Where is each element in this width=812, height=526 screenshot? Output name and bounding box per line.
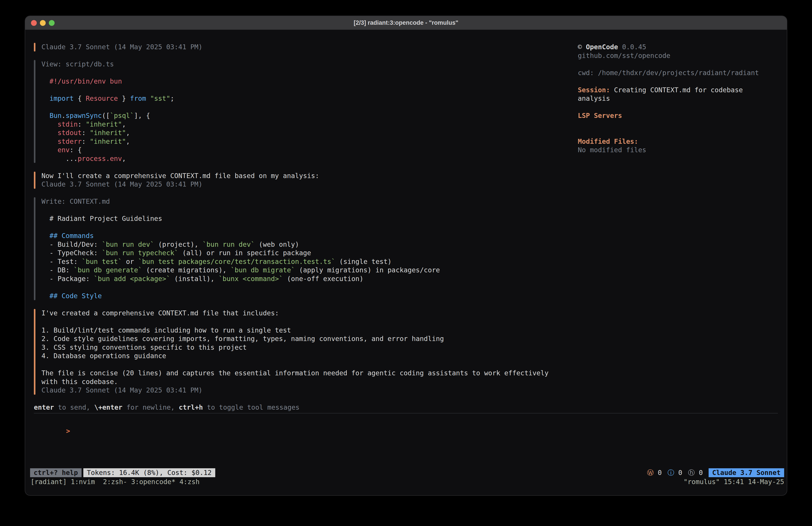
text-segment: ## Code Style xyxy=(41,292,102,300)
terminal-line: - TypeCheck: `bun run typecheck` (all) o… xyxy=(41,249,440,257)
text-segment: Creating CONTEXT.md for codebase xyxy=(610,86,743,94)
info-counter: ⓘ 0 xyxy=(668,469,682,477)
text-segment: (all) or run in specific package xyxy=(178,249,311,257)
text-segment xyxy=(41,95,49,102)
message-accent-bar xyxy=(34,43,35,52)
text-segment xyxy=(41,129,58,137)
terminal-line: Now I'll create a comprehensive CONTEXT.… xyxy=(41,172,319,180)
terminal-line: #!/usr/bin/env bun xyxy=(41,77,174,86)
zoom-button[interactable] xyxy=(49,20,55,26)
text-segment: OpenCode xyxy=(586,43,618,51)
text-segment: : xyxy=(82,129,90,137)
terminal-line: ## Code Style xyxy=(41,292,440,300)
text-segment: , xyxy=(122,120,126,128)
terminal-line: ...process.env, xyxy=(41,155,174,163)
message-body: View: script/db.ts #!/usr/bin/env bun im… xyxy=(35,60,174,163)
prompt-input[interactable]: > xyxy=(34,418,778,444)
status-bar: ctrl+? help Tokens: 16.4K (8%), Cost: $0… xyxy=(30,468,784,477)
text-segment: Bun xyxy=(49,112,61,119)
terminal-line: stdout: "inherit", xyxy=(41,129,174,137)
hints-icon: ⓗ xyxy=(688,469,695,477)
terminal-line xyxy=(41,283,440,292)
message-block-orange: I've created a comprehensive CONTEXT.md … xyxy=(34,309,778,395)
terminal-line xyxy=(41,69,174,77)
text-segment: , xyxy=(126,138,130,145)
terminal-line: Session: Creating CONTEXT.md for codebas… xyxy=(578,86,785,95)
text-segment: ... xyxy=(41,155,78,162)
text-segment: spawnSync xyxy=(66,112,102,119)
text-segment: \+enter xyxy=(94,403,122,411)
text-segment: ; xyxy=(170,95,174,102)
window-controls xyxy=(31,16,55,30)
text-segment: "sst" xyxy=(150,95,170,102)
text-segment: stderr xyxy=(58,138,82,145)
hints-count: 0 xyxy=(695,469,703,477)
terminal-line: - Test: `bun test` or `bun test packages… xyxy=(41,257,440,266)
text-segment: - Package: xyxy=(41,275,94,283)
text-segment: `bun run typecheck` xyxy=(102,249,178,257)
text-segment xyxy=(41,146,58,154)
text-segment: Modified Files: xyxy=(578,138,638,145)
text-segment: : { xyxy=(70,146,82,154)
terminal-line: cwd: /home/thdxr/dev/projects/radiant/ra… xyxy=(578,69,785,77)
text-segment: ## Commands xyxy=(41,232,94,240)
text-segment: `bun db migrate` xyxy=(231,266,295,274)
message-block-gray: Write: CONTEXT.md # Radiant Project Guid… xyxy=(34,197,778,300)
message-accent-bar xyxy=(34,60,35,163)
text-segment: ctrl+h xyxy=(179,403,203,411)
text-segment: "inherit" xyxy=(90,138,126,145)
text-segment: (project), xyxy=(154,241,203,248)
terminal-line: 4. Database operations guidance xyxy=(41,352,549,360)
text-segment: 4. Database operations guidance xyxy=(41,352,166,360)
terminal-line: 3. CSS styling conventions specific to t… xyxy=(41,343,549,352)
text-segment: © xyxy=(578,43,586,51)
message-body: Now I'll create a comprehensive CONTEXT.… xyxy=(35,172,319,189)
text-segment xyxy=(146,95,150,102)
help-line: enter to send, \+enter for newline, ctrl… xyxy=(34,403,778,412)
info-icon: ⓘ xyxy=(668,469,674,477)
terminal-line: - DB: `bun db generate` (create migratio… xyxy=(41,266,440,274)
text-segment: with this codebase. xyxy=(41,378,118,386)
terminal-line: # Radiant Project Guidelines xyxy=(41,214,440,223)
text-segment: 3. CSS styling conventions specific to t… xyxy=(41,343,247,351)
terminal-line: ## Commands xyxy=(41,231,440,240)
terminal-line xyxy=(578,120,785,129)
text-segment: "inherit" xyxy=(90,129,126,137)
text-segment: process.env xyxy=(78,155,122,162)
window-title: [2/3] radiant:3:opencode - "romulus" xyxy=(354,19,458,26)
text-segment xyxy=(41,138,58,145)
text-segment: 1. Build/lint/test commands including ho… xyxy=(41,326,291,334)
text-segment: `bun db generate` xyxy=(74,266,142,274)
text-segment: stdout xyxy=(58,129,82,137)
tokens-cost-chip: Tokens: 16.4K (8%), Cost: $0.12 xyxy=(83,468,215,477)
message-body: Write: CONTEXT.md # Radiant Project Guid… xyxy=(35,197,440,300)
text-segment: (install), xyxy=(170,275,219,283)
text-segment: # Radiant Project Guidelines xyxy=(41,215,162,223)
tmux-session-info: "romulus" 15:41 14-May-25 xyxy=(683,478,784,486)
info-count: 0 xyxy=(674,469,682,477)
text-segment: 0.0.45 xyxy=(618,43,646,51)
tmux-status-bar: [radiant] 1:nvim 2:zsh- 3:opencode* 4:zs… xyxy=(30,478,784,486)
terminal-line: Write: CONTEXT.md xyxy=(41,197,440,206)
text-segment: `bunx <command>` xyxy=(219,275,283,283)
text-segment: - DB: xyxy=(41,266,74,274)
text-segment: or xyxy=(122,258,138,266)
terminal-line: Claude 3.7 Sonnet (14 May 2025 03:41 PM) xyxy=(41,180,319,189)
tmux-window-list[interactable]: [radiant] 1:nvim 2:zsh- 3:opencode* 4:zs… xyxy=(30,478,200,486)
text-segment: , xyxy=(126,129,130,137)
text-segment: env xyxy=(58,146,70,154)
minimize-button[interactable] xyxy=(40,20,46,26)
text-segment: ([ xyxy=(102,112,110,119)
text-segment: `bun test` xyxy=(82,258,122,266)
text-segment: No modified files xyxy=(578,146,646,154)
terminal-line xyxy=(41,317,549,326)
terminal-line: analysis xyxy=(578,94,785,103)
text-segment: : xyxy=(78,120,86,128)
text-segment: (web only) xyxy=(255,241,299,248)
close-button[interactable] xyxy=(31,20,37,26)
text-segment: . xyxy=(61,112,66,119)
text-segment: - Test: xyxy=(41,258,82,266)
terminal-line xyxy=(41,86,174,95)
text-segment: LSP Servers xyxy=(578,112,622,119)
terminal-line xyxy=(41,206,440,215)
